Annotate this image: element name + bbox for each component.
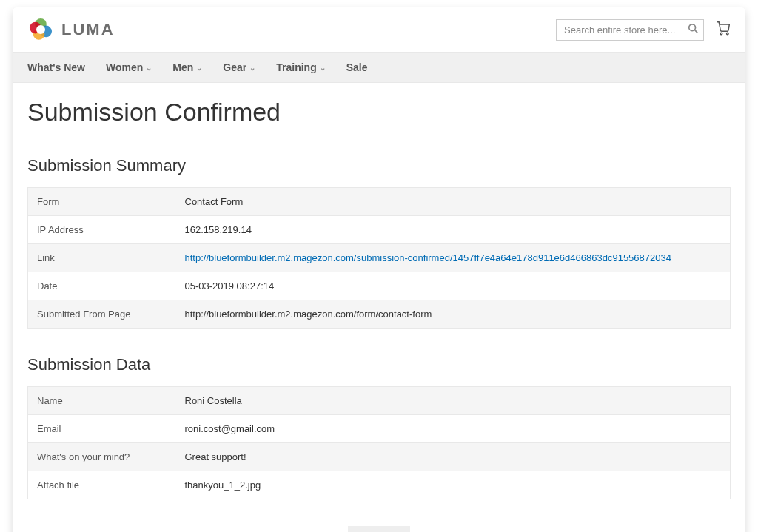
chevron-down-icon: ⌄ bbox=[146, 64, 152, 72]
data-title: Submission Data bbox=[27, 355, 731, 374]
nav-bar: What's NewWomen⌄Men⌄Gear⌄Training⌄Sale bbox=[13, 52, 745, 83]
search-input[interactable] bbox=[556, 19, 704, 41]
search-box bbox=[556, 19, 704, 41]
table-row: IP Address162.158.219.14 bbox=[28, 216, 731, 244]
cart-icon[interactable] bbox=[716, 21, 731, 38]
nav-item-gear[interactable]: Gear⌄ bbox=[223, 53, 255, 82]
nav-item-what-s-new[interactable]: What's New bbox=[27, 53, 85, 82]
row-label: Form bbox=[28, 188, 176, 216]
main-content: Submission Confirmed Submission Summary … bbox=[13, 83, 745, 532]
logo[interactable]: LUMA bbox=[27, 16, 115, 43]
row-label: Date bbox=[28, 272, 176, 300]
svg-line-6 bbox=[695, 30, 698, 33]
nav-item-men[interactable]: Men⌄ bbox=[172, 53, 202, 82]
submission-link[interactable]: http://blueformbuilder.m2.magezon.com/su… bbox=[185, 252, 671, 263]
nav-item-label: Gear bbox=[223, 61, 246, 73]
row-label: Submitted From Page bbox=[28, 300, 176, 329]
data-table: NameRoni CostellaEmailroni.cost@gmail.co… bbox=[27, 386, 731, 499]
luma-logo-icon bbox=[27, 16, 54, 43]
row-label: Email bbox=[28, 415, 176, 443]
nav-item-label: Training bbox=[276, 61, 316, 73]
print-area: Print bbox=[27, 526, 731, 532]
table-row: FormContact Form bbox=[28, 188, 731, 216]
row-label: Attach file bbox=[28, 471, 176, 499]
row-label: Link bbox=[28, 244, 176, 272]
header: LUMA bbox=[13, 7, 745, 52]
table-row: Submitted From Pagehttp://blueformbuilde… bbox=[28, 300, 731, 329]
row-value: thankyou_1_2.jpg bbox=[176, 471, 731, 499]
row-value: http://blueformbuilder.m2.magezon.com/fo… bbox=[176, 300, 731, 329]
summary-title: Submission Summary bbox=[27, 156, 731, 175]
summary-table: FormContact FormIP Address162.158.219.14… bbox=[27, 187, 731, 329]
chevron-down-icon: ⌄ bbox=[196, 64, 202, 72]
print-button[interactable]: Print bbox=[348, 526, 411, 532]
nav-item-label: Sale bbox=[346, 61, 368, 73]
svg-point-5 bbox=[689, 24, 696, 31]
search-icon[interactable] bbox=[688, 23, 698, 36]
row-value: Roni Costella bbox=[176, 387, 731, 415]
logo-text: LUMA bbox=[61, 20, 115, 39]
svg-point-8 bbox=[727, 33, 729, 35]
nav-item-sale[interactable]: Sale bbox=[346, 53, 368, 82]
table-row: NameRoni Costella bbox=[28, 387, 731, 415]
table-row: Attach filethankyou_1_2.jpg bbox=[28, 471, 731, 499]
row-value: Contact Form bbox=[176, 188, 731, 216]
table-row: What's on your mind?Great support! bbox=[28, 443, 731, 471]
row-value: 162.158.219.14 bbox=[176, 216, 731, 244]
nav-item-label: Women bbox=[106, 61, 143, 73]
chevron-down-icon: ⌄ bbox=[249, 64, 255, 72]
row-label: IP Address bbox=[28, 216, 176, 244]
nav-item-label: Men bbox=[172, 61, 193, 73]
table-row: Date05-03-2019 08:27:14 bbox=[28, 272, 731, 300]
nav-item-training[interactable]: Training⌄ bbox=[276, 53, 325, 82]
row-value: http://blueformbuilder.m2.magezon.com/su… bbox=[176, 244, 731, 272]
page-title: Submission Confirmed bbox=[27, 98, 731, 127]
row-value: roni.cost@gmail.com bbox=[176, 415, 731, 443]
nav-item-label: What's New bbox=[27, 61, 85, 73]
nav-item-women[interactable]: Women⌄ bbox=[106, 53, 152, 82]
row-label: Name bbox=[28, 387, 176, 415]
row-label: What's on your mind? bbox=[28, 443, 176, 471]
table-row: Emailroni.cost@gmail.com bbox=[28, 415, 731, 443]
table-row: Linkhttp://blueformbuilder.m2.magezon.co… bbox=[28, 244, 731, 272]
page-wrapper: LUMA What's NewWomen⌄M bbox=[13, 7, 745, 532]
svg-point-7 bbox=[720, 33, 722, 35]
chevron-down-icon: ⌄ bbox=[320, 64, 326, 72]
row-value: 05-03-2019 08:27:14 bbox=[176, 272, 731, 300]
header-right bbox=[556, 19, 731, 41]
row-value: Great support! bbox=[176, 443, 731, 471]
svg-point-4 bbox=[36, 25, 45, 34]
